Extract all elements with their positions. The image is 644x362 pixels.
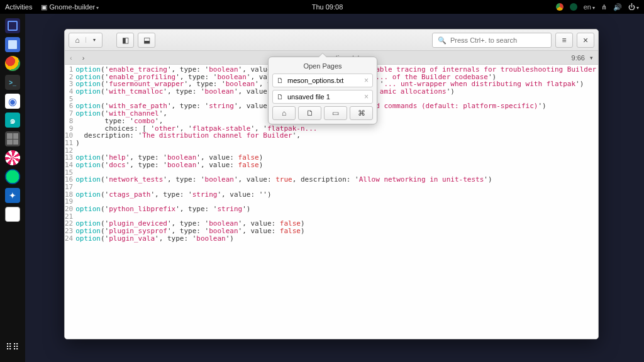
popover-title: Open Pages bbox=[272, 62, 373, 70]
file-icon bbox=[277, 93, 284, 101]
network-icon[interactable]: ⋔ bbox=[601, 3, 607, 11]
open-pages-popover: Open Pages meson_options.txt × unsaved f… bbox=[268, 57, 377, 124]
panel-bottom-icon: ⬓ bbox=[143, 36, 150, 45]
volume-icon[interactable]: 🔊 bbox=[613, 3, 622, 11]
open-page-item[interactable]: meson_options.txt × bbox=[272, 74, 373, 87]
dock-calc-icon[interactable] bbox=[3, 130, 22, 148]
home-icon: ⌂ bbox=[69, 36, 86, 45]
open-page-label: unsaved file 1 bbox=[287, 93, 330, 101]
nav-fwd-button[interactable]: › bbox=[77, 54, 90, 62]
close-page-button[interactable]: × bbox=[364, 92, 369, 101]
dock-files-icon[interactable] bbox=[3, 17, 22, 35]
dock-globe-icon[interactable] bbox=[3, 168, 22, 185]
panel-bottom-button[interactable]: ⬓ bbox=[138, 33, 155, 48]
panel-left-icon: ◧ bbox=[122, 36, 129, 45]
close-icon: × bbox=[583, 35, 588, 45]
dock-settings-icon[interactable]: ◉ bbox=[3, 92, 22, 110]
power-icon[interactable]: ⏻▾ bbox=[628, 3, 639, 11]
dock-candy-icon[interactable] bbox=[3, 149, 22, 167]
dock-swirl-icon[interactable]: ๑ bbox=[3, 111, 22, 129]
chevron-down-icon: ▾ bbox=[86, 37, 102, 43]
popover-link-button[interactable]: ⌘ bbox=[350, 106, 373, 120]
app-menu[interactable]: ▣ Gnome-builder▾ bbox=[41, 3, 99, 11]
line-gutter: 123456789101112131415161718192021222324 bbox=[65, 66, 75, 339]
popover-screen-button[interactable]: ▭ bbox=[324, 106, 347, 120]
headerbar: ⌂▾ ◧ ⬓ ≡ × bbox=[65, 30, 598, 51]
cursor-position: 9:66 bbox=[572, 54, 585, 62]
activities-button[interactable]: Activities bbox=[5, 3, 32, 11]
open-page-label: meson_options.txt bbox=[287, 77, 343, 84]
file-icon bbox=[277, 77, 284, 84]
lang-indicator[interactable]: en▾ bbox=[584, 3, 595, 11]
gnome-dock: >_ ◉ ๑ ✦ ⠿⠿ bbox=[0, 14, 25, 362]
home-dropdown-button[interactable]: ⌂▾ bbox=[69, 33, 103, 48]
open-page-item[interactable]: unsaved file 1 × bbox=[272, 90, 373, 104]
hamburger-icon: ≡ bbox=[562, 36, 566, 45]
tab-menu-button[interactable]: ▾ bbox=[590, 55, 593, 61]
search-box[interactable] bbox=[432, 33, 552, 48]
popover-newfile-button[interactable]: 🗋 bbox=[298, 106, 321, 120]
status-indicator-icon[interactable] bbox=[570, 3, 577, 11]
search-icon bbox=[438, 36, 447, 45]
chrome-indicator-icon[interactable] bbox=[556, 3, 564, 11]
dock-nautilus-icon[interactable] bbox=[3, 36, 22, 53]
hamburger-button[interactable]: ≡ bbox=[555, 33, 573, 48]
nav-back-button[interactable]: ‹ bbox=[65, 54, 77, 62]
close-page-button[interactable]: × bbox=[364, 76, 369, 85]
clock[interactable]: Thu 09:08 bbox=[99, 3, 556, 11]
dock-text-icon[interactable] bbox=[3, 206, 22, 223]
dock-terminal-icon[interactable]: >_ bbox=[3, 74, 22, 91]
gnome-topbar: Activities ▣ Gnome-builder▾ Thu 09:08 en… bbox=[0, 0, 644, 14]
dock-chrome-icon[interactable] bbox=[3, 55, 22, 72]
panel-left-button[interactable]: ◧ bbox=[116, 33, 134, 48]
popover-home-button[interactable]: ⌂ bbox=[272, 106, 296, 120]
search-input[interactable] bbox=[450, 36, 546, 44]
dock-apps-icon[interactable]: ⠿⠿ bbox=[3, 338, 22, 356]
close-button[interactable]: × bbox=[577, 33, 594, 48]
dock-compass-icon[interactable]: ✦ bbox=[3, 187, 22, 204]
